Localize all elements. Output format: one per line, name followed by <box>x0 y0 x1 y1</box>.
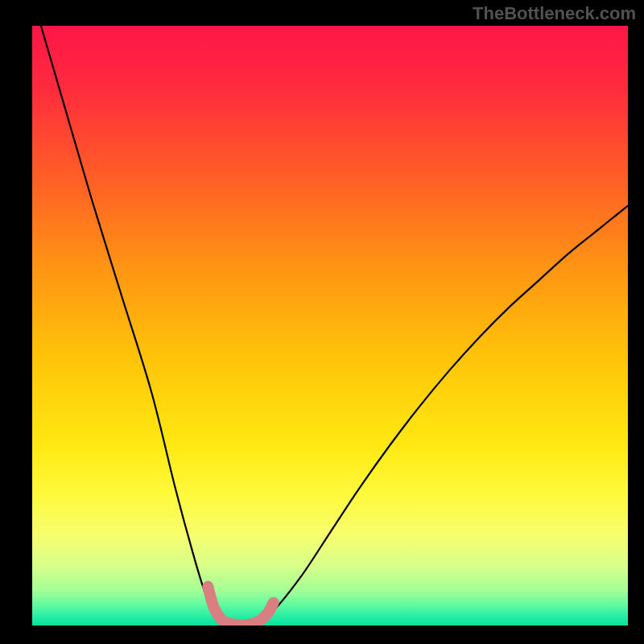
plot-background <box>32 26 628 625</box>
watermark-text: TheBottleneck.com <box>473 3 636 24</box>
bottleneck-chart <box>0 0 644 644</box>
chart-frame: TheBottleneck.com <box>0 0 644 644</box>
